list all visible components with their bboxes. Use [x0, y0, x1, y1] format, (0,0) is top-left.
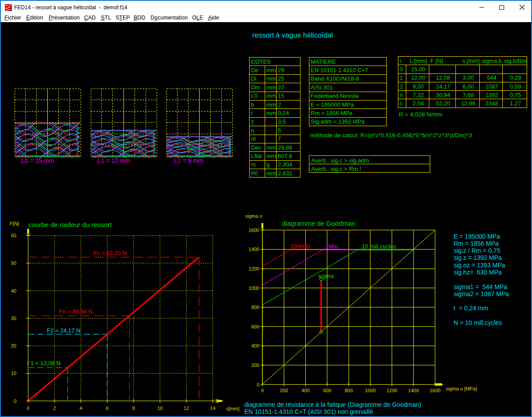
svg-text:1600: 1600: [430, 388, 440, 393]
svg-text:F1 = 12,08 N: F1 = 12,08 N: [27, 360, 61, 367]
svg-text:100000: 100000: [290, 243, 309, 250]
svg-text:sigma: sigma: [318, 273, 334, 279]
svg-text:0: 0: [257, 382, 259, 387]
svg-text:sigma o: sigma o: [245, 213, 262, 219]
svg-text:Fc = 52,20 N: Fc = 52,20 N: [93, 250, 127, 256]
svg-text:1Mio.: 1Mio.: [325, 243, 339, 250]
svg-text:0: 0: [14, 398, 16, 404]
svg-text:0: 0: [27, 405, 29, 411]
svg-text:800: 800: [251, 305, 259, 310]
svg-text:14: 14: [210, 405, 216, 411]
svg-text:1000: 1000: [365, 388, 375, 393]
svg-text:Fn = 30,94 N: Fn = 30,94 N: [59, 308, 93, 315]
svg-text:200: 200: [251, 363, 259, 368]
svg-text:courbe de raideur du ressort: courbe de raideur du ressort: [28, 221, 112, 228]
svg-text:1000: 1000: [249, 286, 259, 291]
svg-text:30: 30: [11, 316, 16, 321]
svg-text:s[mm]: s[mm]: [226, 406, 239, 411]
svg-text:400: 400: [251, 343, 259, 348]
svg-text:8: 8: [132, 405, 135, 411]
svg-text:50: 50: [11, 260, 16, 266]
svg-text:200: 200: [280, 388, 288, 393]
svg-text:1400: 1400: [408, 388, 419, 393]
svg-text:10: 10: [11, 371, 16, 376]
svg-text:10: 10: [157, 405, 162, 411]
svg-text:F[N]: F[N]: [10, 221, 19, 226]
svg-text:10 mill.cycles: 10 mill.cycles: [362, 243, 396, 250]
svg-text:2: 2: [53, 405, 56, 411]
svg-text:20: 20: [11, 343, 16, 348]
svg-text:40: 40: [11, 288, 16, 293]
svg-text:600: 600: [251, 324, 259, 329]
svg-text:sigma u [MPa]: sigma u [MPa]: [446, 386, 477, 391]
svg-text:1400: 1400: [249, 247, 259, 252]
svg-text:1200: 1200: [386, 388, 397, 393]
svg-text:0: 0: [261, 388, 264, 393]
svg-text:800: 800: [345, 388, 353, 393]
svg-text:12: 12: [184, 405, 189, 411]
svg-text:60: 60: [11, 233, 16, 238]
svg-text:6: 6: [106, 405, 108, 411]
svg-text:400: 400: [301, 388, 309, 393]
svg-text:1200: 1200: [249, 266, 259, 271]
svg-text:F2 = 24,17 N: F2 = 24,17 N: [47, 327, 81, 334]
svg-text:1600: 1600: [249, 228, 259, 233]
svg-text:diagramme de Goodman: diagramme de Goodman: [282, 220, 355, 227]
svg-text:600: 600: [323, 388, 331, 393]
svg-text:4: 4: [80, 405, 82, 411]
